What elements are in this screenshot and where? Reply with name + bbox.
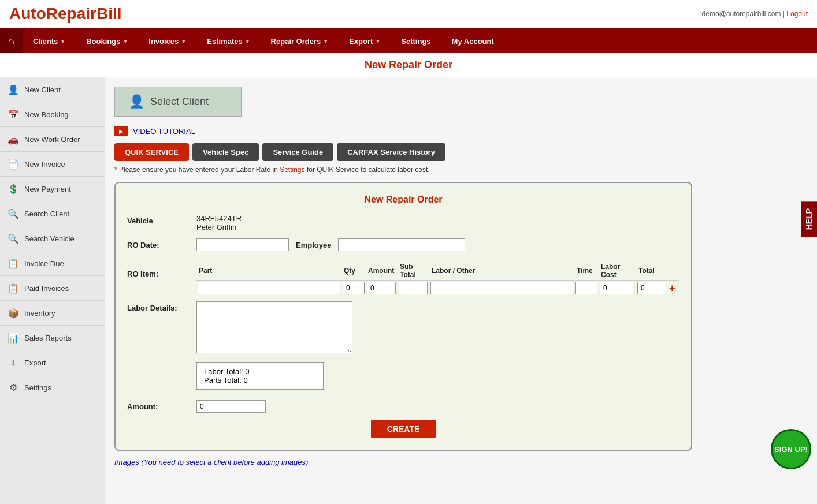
total-input[interactable]: [637, 282, 666, 294]
time-input[interactable]: [575, 282, 597, 294]
sidebar-label-search-vehicle: Search Vehicle: [24, 234, 75, 243]
qty-input[interactable]: [343, 282, 365, 294]
logout-link[interactable]: Logout: [786, 10, 808, 18]
page-title: New Repair Order: [0, 53, 817, 77]
sidebar-item-paid-invoices[interactable]: 📋 Paid Invoices: [0, 276, 105, 301]
clients-arrow: ▼: [60, 39, 65, 44]
nav-clients[interactable]: Clients ▼: [23, 31, 76, 51]
sidebar-label-settings: Settings: [24, 383, 51, 392]
sidebar-label-new-work-order: New Work Order: [24, 135, 80, 144]
sidebar-item-new-client[interactable]: 👤 New Client: [0, 77, 105, 102]
search-vehicle-icon: 🔍: [7, 232, 20, 245]
labor-details-row: Labor Details:: [127, 301, 679, 355]
sidebar-label-new-invoice: New Invoice: [24, 160, 65, 169]
sidebar-item-new-booking[interactable]: 📅 New Booking: [0, 102, 105, 127]
nav-bookings[interactable]: Bookings ▼: [76, 31, 138, 51]
logo-part1: AutoRepair: [9, 5, 96, 23]
sidebar-item-settings[interactable]: ⚙ Settings: [0, 375, 105, 400]
add-row-button[interactable]: +: [669, 282, 675, 294]
qty-cell: [341, 281, 366, 296]
employee-label: Employee: [296, 241, 331, 249]
sidebar-item-search-vehicle[interactable]: 🔍 Search Vehicle: [0, 226, 105, 251]
new-invoice-icon: 📄: [7, 158, 20, 170]
col-labor-cost: Labor Cost: [599, 262, 636, 281]
amount-field[interactable]: [196, 400, 266, 413]
labor-details-input[interactable]: [196, 301, 352, 353]
nav-export[interactable]: Export ▼: [339, 31, 391, 51]
estimates-arrow: ▼: [245, 39, 250, 44]
sidebar-item-inventory[interactable]: 📦 Inventory: [0, 301, 105, 326]
ro-item-table-area: Part Qty Amount Sub Total Labor / Other …: [196, 258, 679, 296]
new-client-icon: 👤: [7, 83, 20, 96]
main-content: 👤 Select Client VIDEO TUTORIAL QUIK SERV…: [105, 77, 817, 504]
col-qty: Qty: [341, 262, 366, 281]
ro-date-value-area: Employee: [196, 238, 679, 251]
nav-invoices[interactable]: Invoices ▼: [138, 31, 196, 51]
sidebar-label-search-client: Search Client: [24, 210, 69, 218]
signup-button[interactable]: SIGN UP!: [771, 429, 811, 469]
sidebar-item-export[interactable]: ↕ Export: [0, 350, 105, 375]
help-tab[interactable]: HELP: [801, 201, 817, 237]
sidebar-label-sales-reports: Sales Reports: [24, 334, 72, 342]
part-cell: [196, 281, 341, 296]
vehicle-value: 34RF5424TR Peter Griffin: [196, 214, 679, 232]
time-cell: [574, 281, 599, 296]
sidebar-item-new-work-order[interactable]: 🚗 New Work Order: [0, 127, 105, 152]
sidebar-item-sales-reports[interactable]: 📊 Sales Reports: [0, 326, 105, 350]
warning-text: * Please ensure you have entered your La…: [114, 166, 808, 174]
create-button[interactable]: CREATE: [371, 420, 436, 438]
subtotal-input[interactable]: [399, 282, 428, 294]
nav-bar: ⌂ Clients ▼ Bookings ▼ Invoices ▼ Estima…: [0, 29, 817, 53]
amount-label: Amount:: [127, 400, 196, 411]
logo-part2: Bill: [96, 5, 122, 23]
ro-date-row: RO Date: Employee: [127, 238, 679, 251]
video-icon: [114, 126, 128, 136]
subtotal-cell: [398, 281, 429, 296]
sidebar-item-search-client[interactable]: 🔍 Search Client: [0, 201, 105, 226]
video-tutorial-link[interactable]: VIDEO TUTORIAL: [133, 127, 195, 136]
nav-settings[interactable]: Settings: [391, 31, 441, 51]
tabs-row: QUIK SERVICE Vehicle Spec Service Guide …: [114, 143, 808, 161]
tab-service-guide[interactable]: Service Guide: [262, 143, 333, 161]
vehicle-label: Vehicle: [127, 214, 196, 225]
part-input[interactable]: [198, 282, 340, 294]
nav-repair-orders[interactable]: Repair Orders ▼: [261, 31, 339, 51]
top-bar: AutoRepairBill demo@autorepairbill.com |…: [0, 0, 817, 29]
sidebar-label-new-booking: New Booking: [24, 110, 69, 119]
tab-quik-service[interactable]: QUIK SERVICE: [114, 143, 189, 161]
sidebar-label-inventory: Inventory: [24, 309, 55, 318]
labor-other-input[interactable]: [430, 282, 573, 294]
total-cell: [636, 281, 668, 296]
sidebar-item-new-invoice[interactable]: 📄 New Invoice: [0, 152, 105, 177]
totals-area: Labor Total: 0 Parts Total: 0: [196, 362, 679, 395]
main-layout: 👤 New Client 📅 New Booking 🚗 New Work Or…: [0, 77, 817, 504]
labor-cost-input[interactable]: [600, 282, 633, 294]
ro-item-row: RO Item: Part Qty Amount Sub Total Labor…: [127, 258, 679, 296]
nav-home[interactable]: ⌂: [0, 29, 23, 53]
nav-my-account[interactable]: My Account: [441, 31, 504, 51]
labor-details-label: Labor Details:: [127, 301, 196, 312]
sidebar-item-invoice-due[interactable]: 📋 Invoice Due: [0, 251, 105, 276]
user-email: demo@autorepairbill.com: [702, 10, 781, 18]
inventory-icon: 📦: [7, 307, 20, 319]
nav-estimates[interactable]: Estimates ▼: [196, 31, 260, 51]
tab-vehicle-spec[interactable]: Vehicle Spec: [192, 143, 259, 161]
sidebar-item-new-payment[interactable]: 💲 New Payment: [0, 177, 105, 201]
sidebar-label-export: Export: [24, 359, 46, 367]
ro-date-input[interactable]: [196, 238, 289, 251]
paid-invoices-icon: 📋: [7, 282, 20, 294]
sidebar-label-invoice-due: Invoice Due: [24, 259, 64, 268]
col-total: Total: [636, 262, 668, 281]
tab-carfax[interactable]: CARFAX Service History: [337, 143, 445, 161]
col-add: [668, 262, 679, 281]
totals-box: Labor Total: 0 Parts Total: 0: [196, 362, 324, 390]
amount-input-row[interactable]: [367, 282, 396, 294]
settings-icon: ⚙: [7, 381, 20, 394]
select-client-button[interactable]: 👤 Select Client: [114, 87, 242, 117]
settings-link[interactable]: Settings: [280, 166, 304, 174]
person-icon: 👤: [129, 94, 144, 109]
new-booking-icon: 📅: [7, 108, 20, 121]
amount-row: Amount:: [127, 400, 679, 413]
employee-input[interactable]: [338, 238, 465, 251]
user-info: demo@autorepairbill.com | Logout: [702, 10, 808, 18]
